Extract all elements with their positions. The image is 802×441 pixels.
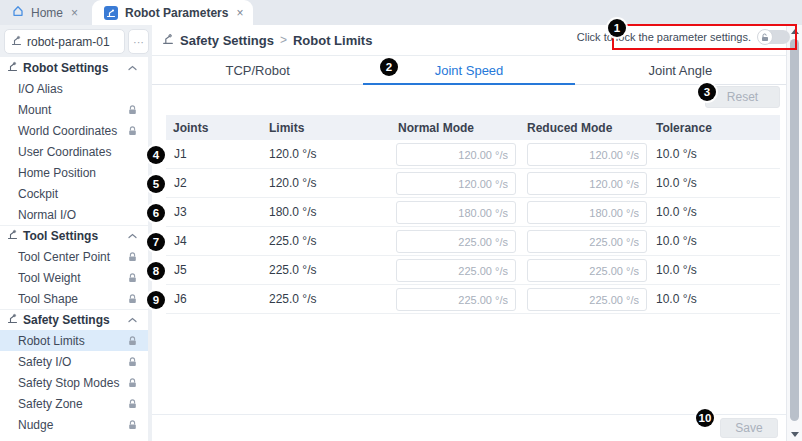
annotation-badge-8: 8 [147,262,165,280]
robot-arm-icon [162,33,174,48]
sidebar-item-nudge[interactable]: Nudge [0,414,148,435]
sidebar-item-safety-i-o[interactable]: Safety I/O [0,351,148,372]
tolerance-value: 10.0 °/s [656,176,697,190]
sidebar-item-label: Safety I/O [18,355,71,369]
sidebar-item-cockpit[interactable]: Cockpit [0,183,148,204]
joint-name: J2 [174,176,187,190]
main-panel: Safety Settings > Robot Limits TCP/Robot… [152,25,786,441]
sidebar-item-tool-center-point[interactable]: Tool Center Point [0,246,148,267]
sidebar-item-label: Tool Center Point [18,250,110,264]
reduced-mode-input[interactable] [527,288,647,311]
footer-bar: Save [152,414,786,441]
chevron-up-icon[interactable] [128,233,137,239]
sidebar-item-label: Mount [18,103,51,117]
annotation-badge-6: 6 [147,204,165,222]
normal-mode-input[interactable] [396,288,516,311]
sidebar-item-safety-zone[interactable]: Safety Zone [0,393,148,414]
tab-home-label: Home [31,6,63,20]
lock-icon [128,126,137,136]
normal-mode-input[interactable] [396,143,516,166]
normal-mode-input[interactable] [396,172,516,195]
joint-speed-table: Joints Limits Normal Mode Reduced Mode T… [166,115,780,314]
limit-value: 225.0 °/s [269,234,317,248]
sidebar-item-label: Tool Weight [18,271,80,285]
table-row-j4: J4225.0 °/s10.0 °/s [166,227,780,256]
breadcrumb-separator: > [280,33,287,47]
sidebar-item-label: Cockpit [18,187,58,201]
close-icon[interactable]: × [71,7,78,19]
limit-value: 180.0 °/s [269,205,317,219]
tolerance-value: 10.0 °/s [656,263,697,277]
sidebar-item-label: Nudge [18,418,53,432]
save-button[interactable]: Save [720,418,778,438]
reduced-mode-input[interactable] [527,201,647,224]
header-reduced-mode: Reduced Mode [527,121,612,135]
breadcrumb-parent[interactable]: Safety Settings [180,33,274,48]
lock-icon [128,105,137,115]
sidebar-item-label: World Coordinates [18,124,117,138]
tab-robot-parameters[interactable]: Robot Parameters × [92,0,253,25]
robot-arm-icon [7,229,18,243]
lock-icon [128,294,137,304]
sidebar-section-safety-settings[interactable]: Safety Settings [0,309,148,330]
sidebar-section-robot-settings[interactable]: Robot Settings [0,57,148,78]
sidebar-item-world-coordinates[interactable]: World Coordinates [0,120,148,141]
close-icon[interactable]: × [236,7,243,19]
table-row-j3: J3180.0 °/s10.0 °/s [166,198,780,227]
sidebar-item-safety-stop-modes[interactable]: Safety Stop Modes [0,372,148,393]
tab-tcp-robot[interactable]: TCP/Robot [152,57,363,84]
sidebar-item-label: Tool Shape [18,292,78,306]
reset-button[interactable]: Reset [705,86,780,108]
sidebar-item-label: User Coordinates [18,145,111,159]
more-options-button[interactable]: ··· [128,29,149,54]
lock-icon [128,252,137,262]
sidebar-item-user-coordinates[interactable]: User Coordinates [0,141,148,162]
lock-icon [128,420,137,430]
sidebar-item-normal-i-o[interactable]: Normal I/O [0,204,148,225]
annotation-badge-3: 3 [698,83,716,101]
scroll-down-icon[interactable] [791,432,799,437]
lock-icon [128,336,137,346]
header-tolerance: Tolerance [656,121,712,135]
limit-value: 120.0 °/s [269,176,317,190]
scrollbar-thumb[interactable] [790,39,799,421]
parameter-file-name: robot-param-01 [27,35,110,49]
vertical-scrollbar[interactable] [786,25,802,441]
tab-joint-angle-label: Joint Angle [649,63,713,78]
sidebar-section-label: Robot Settings [23,61,108,75]
sidebar-nav: Robot SettingsI/O AliasMountWorld Coordi… [0,57,148,441]
table-row-j5: J5225.0 °/s10.0 °/s [166,256,780,285]
header-limits: Limits [269,121,304,135]
sidebar-item-robot-limits[interactable]: Robot Limits [0,330,148,351]
tab-joint-angle[interactable]: Joint Angle [575,57,786,84]
lock-settings-label: Click to lock the parameter settings. [577,31,751,43]
normal-mode-input[interactable] [396,230,516,253]
ellipsis-icon: ··· [133,36,144,48]
sidebar-item-label: Home Position [18,166,96,180]
reduced-mode-input[interactable] [527,172,647,195]
reduced-mode-input[interactable] [527,230,647,253]
chevron-up-icon[interactable] [128,65,137,71]
reduced-mode-input[interactable] [527,143,647,166]
sidebar-item-mount[interactable]: Mount [0,99,148,120]
tab-robot-parameters-label: Robot Parameters [125,6,228,20]
normal-mode-input[interactable] [396,259,516,282]
sidebar-item-tool-shape[interactable]: Tool Shape [0,288,148,309]
sidebar-section-tool-settings[interactable]: Tool Settings [0,225,148,246]
sidebar-item-i-o-alias[interactable]: I/O Alias [0,78,148,99]
sidebar-item-tool-weight[interactable]: Tool Weight [0,267,148,288]
sidebar-item-home-position[interactable]: Home Position [0,162,148,183]
limit-value: 225.0 °/s [269,263,317,277]
normal-mode-input[interactable] [396,201,516,224]
robot-arm-icon [7,61,18,75]
tab-home[interactable]: Home × [0,0,88,25]
app-window: Home × Robot Parameters × robot-param-01… [0,0,802,441]
joint-name: J6 [174,292,187,306]
chevron-up-icon[interactable] [128,317,137,323]
reduced-mode-input[interactable] [527,259,647,282]
unlock-icon [757,29,773,45]
limit-value: 120.0 °/s [269,147,317,161]
table-header-row: Joints Limits Normal Mode Reduced Mode T… [166,115,780,140]
lock-settings-toggle[interactable] [758,30,790,44]
parameter-file-selector[interactable]: robot-param-01 [4,29,125,54]
